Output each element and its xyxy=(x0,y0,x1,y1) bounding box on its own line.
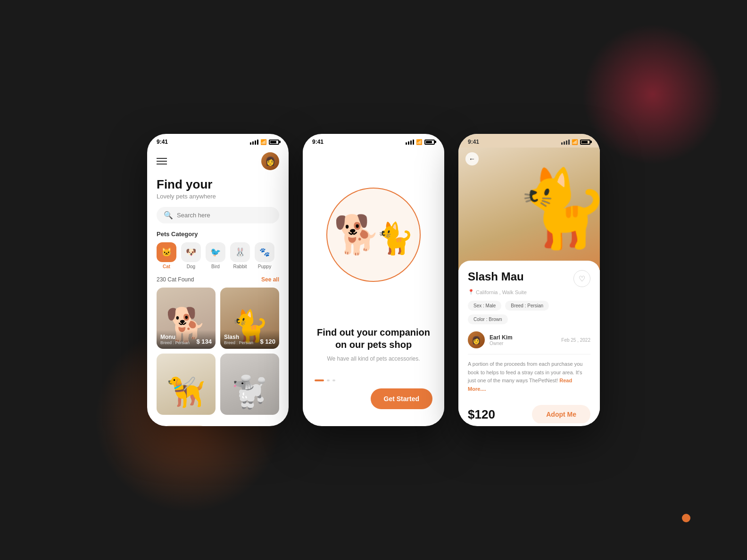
cat-icon-wrap: 🐱 xyxy=(157,242,176,262)
category-rabbit[interactable]: 🐰 Rabbit xyxy=(230,242,250,269)
category-cat[interactable]: 🐱 Cat xyxy=(157,242,176,269)
p3-price: $120 xyxy=(468,407,495,422)
category-bird[interactable]: 🐦 Bird xyxy=(206,242,225,269)
signal-icon-2 xyxy=(406,140,414,145)
phone-3: 9:41 📶 ← 🐈 xyxy=(458,134,600,426)
battery-icon-2 xyxy=(424,140,435,145)
pet-card-1[interactable]: 🐕 Monu Breed : Persian $ 134 xyxy=(157,288,216,349)
user-avatar[interactable]: 👩 xyxy=(261,152,279,170)
dot-inactive-3 xyxy=(332,379,335,381)
bottom-nav: ⊞ Category 👤 🛒 🔍 xyxy=(147,420,289,426)
p2-bottom-area: Get Started xyxy=(303,388,444,423)
cat-hero-illustration: 🐈 xyxy=(515,165,600,253)
wifi-icon-2: 📶 xyxy=(416,139,423,145)
back-button[interactable]: ← xyxy=(465,152,479,165)
section-title-category: Pets Category xyxy=(147,231,289,242)
signal-icon-1 xyxy=(250,140,258,145)
tag-row: Sex : Male Breed : Persian Color : Brown xyxy=(468,301,590,324)
status-icons-2: 📶 xyxy=(406,139,435,145)
owner-role: Owner xyxy=(490,341,513,346)
battery-icon-3 xyxy=(580,140,590,145)
phone-1: 9:41 📶 👩 xyxy=(147,134,289,426)
pet-price-2: $ 120 xyxy=(260,338,275,345)
time-3: 9:41 xyxy=(468,139,479,145)
back-arrow-icon: ← xyxy=(469,155,475,163)
category-row: 🐱 Cat 🐶 Dog 🐦 Bird 🐰 Rabbit 🐾 Puppy xyxy=(147,242,289,276)
hamburger-menu[interactable] xyxy=(157,158,167,165)
p2-pagination-dots xyxy=(303,379,444,381)
pet-grid: 🐕 Monu Breed : Persian $ 134 🐈 Slash Bre… xyxy=(147,288,289,415)
search-icon: 🔍 xyxy=(164,211,173,220)
status-bar-1: 9:41 📶 xyxy=(147,134,289,148)
pet-breed-2: Breed : Persian xyxy=(224,340,253,345)
pet-card-2-overlay: Slash Breed : Persian $ 120 xyxy=(220,330,279,349)
p3-bottom-bar: $120 Adopt Me xyxy=(468,400,590,423)
p2-hero-area: 🐕 🐈 xyxy=(303,148,444,321)
location-text: California , Walk Suite xyxy=(476,289,527,295)
found-row: 230 Cat Found See all xyxy=(147,276,289,288)
p2-hero-title: Find out your companion on our pets shop xyxy=(317,326,430,351)
see-all-link[interactable]: See all xyxy=(261,276,279,283)
p2-text-area: Find out your companion on our pets shop… xyxy=(303,321,444,372)
p3-body: ← 🐈 Slash Mau ♡ 📍 California , Walk Suit… xyxy=(458,148,600,423)
dog-label: Dog xyxy=(187,264,195,269)
cat-label: Cat xyxy=(163,264,170,269)
search-input[interactable] xyxy=(177,212,272,219)
bg-dot-decoration xyxy=(682,514,690,522)
p3-description: A portion of the proceeds from each purc… xyxy=(468,360,590,393)
wifi-icon-3: 📶 xyxy=(572,139,578,145)
bird-label: Bird xyxy=(211,264,220,269)
owner-date: Feb 25 , 2022 xyxy=(561,338,590,343)
status-icons-1: 📶 xyxy=(250,139,279,145)
pet-price-1: $ 134 xyxy=(196,338,212,345)
p1-hero-text: Find your Lovely pets anywhere xyxy=(147,175,289,207)
dog-emoji-large: 🐕 xyxy=(333,216,381,254)
p3-pet-name: Slash Mau xyxy=(468,270,524,283)
tag-color: Color : Brown xyxy=(468,314,508,324)
status-bar-3: 9:41 📶 xyxy=(458,134,600,148)
tag-sex: Sex : Male xyxy=(468,301,501,311)
p3-detail-card: Slash Mau ♡ 📍 California , Walk Suite Se… xyxy=(458,261,600,423)
category-puppy[interactable]: 🐾 Puppy xyxy=(255,242,274,269)
p1-header: 👩 xyxy=(147,148,289,175)
tag-breed: Breed : Persian xyxy=(505,301,549,311)
pet-breed-1: Breed : Persian xyxy=(160,340,190,345)
pet-card-2[interactable]: 🐈 Slash Breed : Persian $ 120 xyxy=(220,288,279,349)
found-count: 230 Cat Found xyxy=(157,276,194,283)
location-pin-icon: 📍 xyxy=(468,289,474,295)
bg-glow-right xyxy=(582,24,723,165)
phone-2: 9:41 📶 🐕 🐈 xyxy=(303,134,444,426)
wifi-icon-1: 📶 xyxy=(260,139,267,145)
pet-name-2: Slash xyxy=(224,334,253,340)
p2-subtitle: We have all kind of pets accessories. xyxy=(317,354,430,363)
dog-icon-wrap: 🐶 xyxy=(181,242,201,262)
puppy-label: Puppy xyxy=(258,264,271,269)
dot-inactive-2 xyxy=(327,379,330,381)
pet-card-4[interactable]: 🐩 xyxy=(220,354,279,415)
hero-subtitle: Lovely pets anywhere xyxy=(157,193,279,200)
owner-info: Earl Kim Owner xyxy=(490,334,513,346)
owner-row: 👩 Earl Kim Owner Feb 25 , 2022 xyxy=(468,331,590,354)
hero-title: Find your xyxy=(157,177,279,192)
rabbit-label: Rabbit xyxy=(233,264,247,269)
owner-name: Earl Kim xyxy=(490,334,513,341)
search-bar[interactable]: 🔍 xyxy=(157,207,279,223)
pet-card-3[interactable]: 🦮 xyxy=(157,354,216,415)
adopt-me-button[interactable]: Adopt Me xyxy=(532,405,590,423)
nav-category[interactable]: ⊞ Category xyxy=(163,425,207,426)
cat-emoji-large: 🐈 xyxy=(376,223,414,254)
signal-icon-3 xyxy=(561,140,570,145)
pet-card-2-info: Slash Breed : Persian xyxy=(224,334,253,345)
get-started-button[interactable]: Get Started xyxy=(371,388,432,409)
time-1: 9:41 xyxy=(157,139,168,145)
status-bar-2: 9:41 📶 xyxy=(303,134,444,148)
favorite-button[interactable]: ♡ xyxy=(573,270,590,287)
owner-avatar: 👩 xyxy=(468,331,485,348)
puppy-icon-wrap: 🐾 xyxy=(255,242,274,262)
rabbit-icon-wrap: 🐰 xyxy=(230,242,250,262)
battery-icon-1 xyxy=(269,140,279,145)
pets-circle: 🐕 🐈 xyxy=(326,188,421,282)
dot-active-1 xyxy=(315,379,324,381)
category-dog[interactable]: 🐶 Dog xyxy=(181,242,201,269)
p3-location: 📍 California , Walk Suite xyxy=(468,289,590,295)
